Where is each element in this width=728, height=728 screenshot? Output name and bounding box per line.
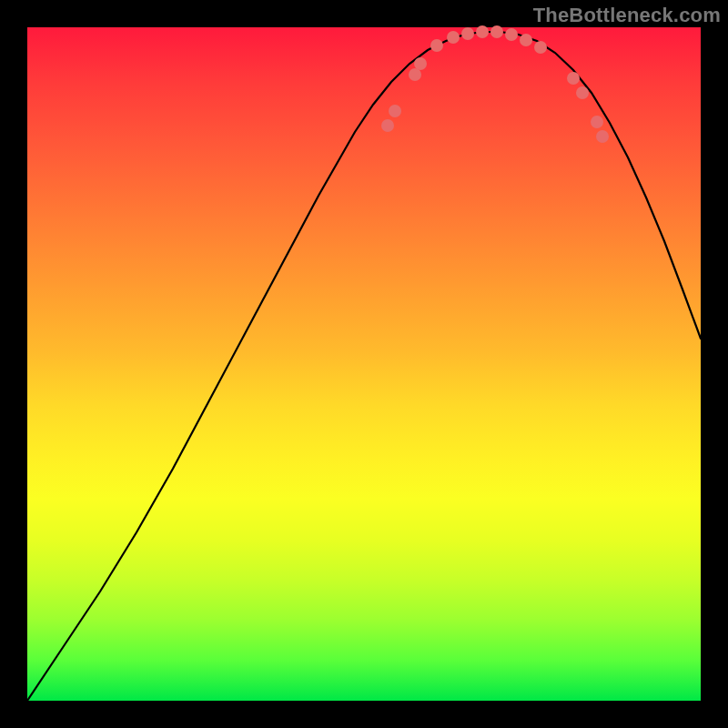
chart-stage: TheBottleneck.com — [0, 0, 728, 728]
marker-group — [381, 25, 609, 143]
curve-marker — [591, 116, 603, 128]
curve-marker — [381, 119, 394, 132]
chart-svg — [27, 27, 701, 701]
curve-marker — [409, 68, 421, 81]
curve-marker — [490, 25, 503, 38]
plot-area — [27, 27, 701, 701]
curve-marker — [534, 41, 547, 54]
curve-marker — [430, 39, 443, 52]
curve-marker — [476, 25, 489, 38]
curve-marker — [596, 130, 609, 143]
curve-marker — [505, 28, 518, 41]
curve-marker — [414, 57, 427, 70]
curve-marker — [576, 86, 589, 99]
curve-marker — [389, 105, 401, 117]
curve-marker — [447, 31, 460, 44]
watermark-text: TheBottleneck.com — [533, 4, 721, 27]
curve-marker — [520, 34, 532, 46]
curve-marker — [461, 27, 474, 40]
curve-marker — [567, 72, 580, 85]
